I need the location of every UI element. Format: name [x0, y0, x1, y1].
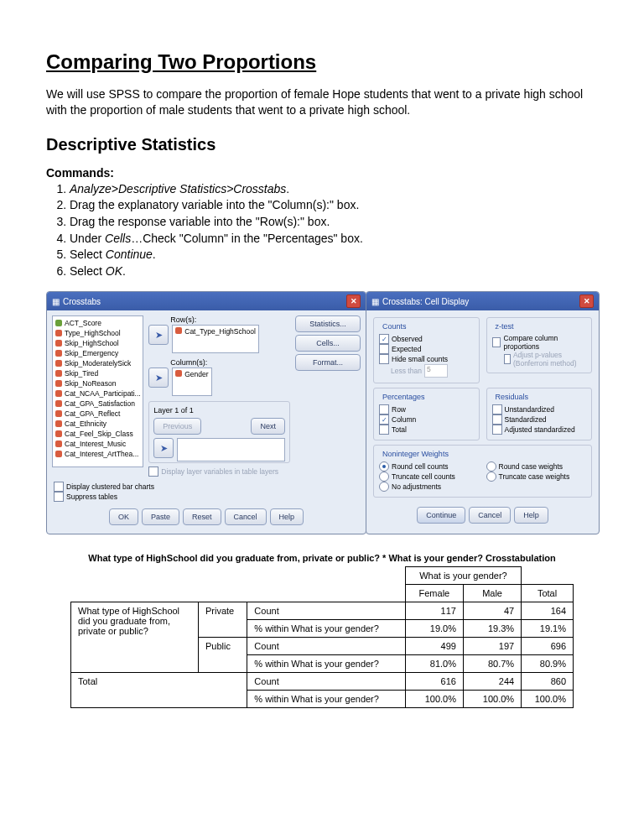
pct-label: % within What is your gender?: [247, 620, 405, 638]
residuals-label: Residuals: [494, 393, 531, 401]
cell: 197: [463, 638, 521, 655]
ok-button[interactable]: OK: [109, 508, 138, 525]
variable-name: Cat_Interest_ArtThea...: [65, 449, 138, 459]
variable-icon: [55, 320, 62, 326]
variable-name: Cat_GPA_Reflect: [65, 409, 120, 419]
cell: 860: [522, 673, 574, 691]
titlebar: ▦ Crosstabs ✕: [47, 292, 366, 310]
unstd-check[interactable]: Unstandardized: [492, 404, 587, 414]
variable-icon: [55, 370, 62, 377]
move-to-cols-button[interactable]: ➤: [148, 367, 169, 388]
column-pct-check[interactable]: ✓Column: [379, 414, 474, 425]
cell: 47: [463, 602, 521, 620]
compare-cols-check[interactable]: Compare column proportions: [492, 334, 587, 351]
variable-item[interactable]: ACT_Score: [55, 318, 140, 328]
cell: 117: [405, 602, 463, 620]
residuals-group: Residuals Unstandardized Standardized Ad…: [486, 388, 593, 440]
variable-item[interactable]: Cat_GPA_Reflect: [55, 409, 140, 419]
variable-name: Skip_HighSchool: [65, 338, 119, 348]
command-item: Drag the explanatory variable into the "…: [70, 197, 598, 214]
variable-item[interactable]: Skip_Tired: [55, 368, 140, 378]
no-adj-radio[interactable]: No adjustments: [379, 482, 480, 492]
rows-box[interactable]: Cat_Type_HighSchool: [172, 325, 259, 353]
cell: 499: [405, 638, 463, 655]
variable-item[interactable]: Cat_Ethnicity: [55, 419, 140, 429]
variable-icon: [55, 380, 62, 387]
std-check[interactable]: Standardized: [492, 414, 587, 425]
variable-item[interactable]: Skip_ModeratelySick: [55, 358, 140, 368]
cell: 81.0%: [405, 655, 463, 673]
close-icon[interactable]: ✕: [346, 295, 361, 308]
variable-icon: [55, 451, 62, 457]
public-label: Public: [199, 638, 247, 673]
dialog-title: Crosstabs: Cell Display: [382, 297, 469, 306]
format-button[interactable]: Format...: [295, 354, 361, 371]
variable-item[interactable]: Cat_GPA_Satisfaction: [55, 399, 140, 409]
variable-list[interactable]: ACT_ScoreType_HighSchoolSkip_HighSchoolS…: [52, 315, 143, 467]
variable-item[interactable]: Skip_Emergency: [55, 348, 140, 358]
variable-item[interactable]: Type_HighSchool: [55, 328, 140, 338]
expected-check[interactable]: Expected: [379, 344, 474, 354]
section-heading: Descriptive Statistics: [46, 135, 598, 154]
suppress-tables-check[interactable]: Suppress tables: [54, 492, 359, 502]
variable-name: Cat_Ethnicity: [65, 419, 106, 429]
pct-label: % within What is your gender?: [247, 655, 405, 673]
total-pct-check[interactable]: Total: [379, 425, 474, 435]
variable-item[interactable]: Skip_NoReason: [55, 378, 140, 388]
weights-group: Noninteger Weights Round cell counts Tru…: [373, 445, 592, 498]
round-case-radio[interactable]: Round case weights: [486, 461, 587, 472]
clustered-bar-check[interactable]: Display clustered bar charts: [54, 482, 359, 492]
variable-item[interactable]: Skip_HighSchool: [55, 338, 140, 348]
layer-input[interactable]: [177, 438, 285, 461]
variable-icon: [55, 400, 62, 407]
variable-item[interactable]: Cat_NCAA_Participati...: [55, 388, 140, 399]
hide-small-check[interactable]: Hide small counts: [379, 354, 474, 364]
variable-icon: [55, 390, 62, 397]
variable-item[interactable]: Cat_Interest_Music: [55, 439, 140, 449]
variable-icon: [55, 360, 62, 367]
paste-button[interactable]: Paste: [142, 508, 179, 525]
statistics-button[interactable]: Statistics...: [295, 315, 361, 332]
previous-button[interactable]: Previous: [153, 418, 201, 435]
cancel-button[interactable]: Cancel: [469, 507, 511, 524]
observed-check[interactable]: ✓Observed: [379, 334, 474, 344]
cell: 100.0%: [463, 691, 521, 708]
continue-button[interactable]: Continue: [417, 507, 465, 524]
cancel-button[interactable]: Cancel: [225, 508, 267, 525]
reset-button[interactable]: Reset: [183, 508, 221, 525]
help-button[interactable]: Help: [270, 508, 304, 525]
variable-name: Cat_NCAA_Participati...: [65, 388, 141, 399]
variable-item[interactable]: Cat_Feel_Skip_Class: [55, 429, 140, 439]
next-button[interactable]: Next: [251, 418, 285, 435]
table-title: What type of HighSchool did you graduate…: [46, 553, 598, 563]
cols-box[interactable]: Gender: [172, 367, 211, 396]
commands-label: Commands:: [46, 166, 598, 180]
help-button[interactable]: Help: [514, 507, 548, 524]
layer-box: Layer 1 of 1 Previous Next ➤: [148, 401, 290, 463]
variable-icon: [55, 440, 62, 447]
close-icon[interactable]: ✕: [579, 295, 594, 308]
adjust-p-check: Adjust p-values (Bonferroni method): [504, 351, 587, 367]
commands-list: Analyze>Descriptive Statistics>Crosstabs…: [70, 181, 598, 280]
pct-label: % within What is your gender?: [247, 691, 405, 708]
round-cell-radio[interactable]: Round cell counts: [379, 461, 480, 472]
variable-name: Skip_ModeratelySick: [65, 358, 131, 368]
row-pct-check[interactable]: Row: [379, 404, 474, 414]
cells-button[interactable]: Cells...: [295, 335, 361, 352]
display-layer-vars-check: Display layer variables in table layers: [148, 467, 290, 477]
move-to-layer-button[interactable]: ➤: [153, 438, 174, 458]
variable-item[interactable]: Cat_Interest_ArtThea...: [55, 449, 140, 459]
trunc-case-radio[interactable]: Truncate case weights: [486, 472, 587, 482]
move-to-rows-button[interactable]: ➤: [148, 325, 169, 345]
count-label: Count: [247, 673, 405, 691]
command-item: Drag the response variable into the "Row…: [70, 214, 598, 231]
variable-name: ACT_Score: [65, 318, 101, 328]
cols-label: Column(s):: [170, 358, 290, 367]
weights-label: Noninteger Weights: [381, 450, 450, 458]
cell: 696: [522, 638, 574, 655]
trunc-cell-radio[interactable]: Truncate cell counts: [379, 472, 480, 482]
ztest-label: z-test: [494, 322, 516, 331]
count-label: Count: [247, 602, 405, 620]
adj-std-check[interactable]: Adjusted standardized: [492, 425, 587, 435]
crosstab-table: What is your gender? Female Male Total W…: [70, 566, 574, 708]
